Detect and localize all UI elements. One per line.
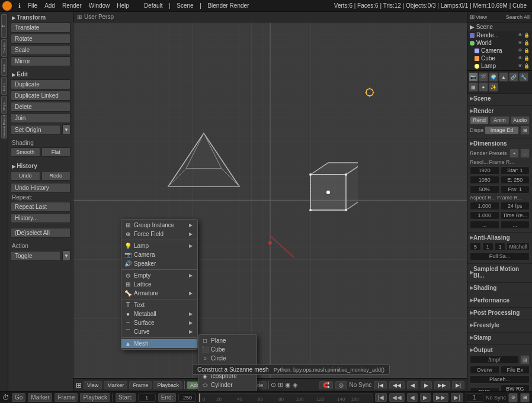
menu-item-camera[interactable]: 📷 Camera [121,250,197,259]
star-field[interactable]: Star: 1 [501,166,530,175]
render-prop-header[interactable]: Render [470,108,530,114]
current-frame-display[interactable]: 1 [466,393,483,402]
menu-item-group-instance[interactable]: ⊞ Group Instance ▶ [121,221,197,230]
output-path[interactable]: /tmp/ [470,356,519,364]
timeline-playback-btn[interactable]: Playback [80,393,110,402]
eye-icon-l[interactable]: 👁 [518,63,523,69]
eye-icon-w[interactable]: 👁 [518,40,523,46]
motion-blur-header[interactable]: Sampled Motion Bl... [470,266,530,279]
aa-val1[interactable]: 5 [470,243,481,251]
next-frame-btn[interactable]: ▶▶ [433,393,448,402]
play-end[interactable]: ▶| [452,381,464,389]
snap-magnet[interactable]: 🧲 [319,381,333,389]
menu-item-lamp[interactable]: 💡 Lamp ▶ [121,241,197,250]
outliner-item-renderlayer[interactable]: Rende... 👁 🔒 [467,31,532,39]
menu-item-curve[interactable]: ⌒ Curve ▶ [121,327,197,336]
mesh-cylinder[interactable]: ⬭ Cylinder [198,381,257,389]
post-header[interactable]: Post Processing [470,309,530,316]
presets-remove[interactable]: - [520,149,530,158]
play-backward[interactable]: ◀ [407,381,418,389]
play-end-btn[interactable]: ▶| [451,393,463,402]
vp-playback-btn[interactable]: Playback [153,381,182,389]
history-btn[interactable]: History... [11,213,70,223]
eye-icon-c[interactable]: 👁 [518,48,523,53]
overwrite-btn[interactable]: Overw [470,366,499,374]
lock-icon-w[interactable]: 🔒 [524,40,530,46]
lock-icon-c[interactable]: 🔒 [524,48,530,53]
eye-icon-r[interactable]: 👁 [518,33,523,38]
start-frame-field[interactable]: 1 [138,394,156,402]
play-forward[interactable]: ▶ [421,381,432,389]
translate-btn[interactable]: Translate [11,22,70,33]
deselect-all-btn[interactable]: (De)select All [11,228,70,238]
prop-particles-icon[interactable]: ✨ [489,82,498,92]
color-field[interactable]: BW RG AG [501,385,530,391]
timeline-marker-btn[interactable]: Marker [28,393,52,402]
fps-field[interactable]: 24 fps [501,202,530,210]
undo-history-btn[interactable]: Undo History [11,183,70,193]
toolbar-tab-grease[interactable]: Grease Pencil [1,115,7,138]
outliner-item-lamp[interactable]: Lamp 👁 🔒 [467,62,532,70]
lock-icon-l[interactable]: 🔒 [524,63,530,69]
menu-item-armature[interactable]: 🦴 Armature ▶ [121,289,197,298]
prop-object-icon[interactable]: ▲ [499,72,508,82]
toggle-btn[interactable]: Toggle [11,251,61,261]
flat-btn[interactable]: Flat [41,147,71,157]
audio-tab[interactable]: Audio [511,116,530,124]
timeline-area[interactable]: 0 20 40 60 80 100 120 140 160 [198,393,372,402]
play-back[interactable]: |◀ [374,381,386,389]
play-back-btn[interactable]: |◀ [375,393,387,402]
menu-item-surface[interactable]: ~ Surface ▶ [121,318,197,327]
toolbar-tab-relations[interactable]: Relat... [1,58,7,76]
delete-btn[interactable]: Delete [11,102,70,112]
vp-frame-btn[interactable]: Frame [129,381,152,389]
res-x-field[interactable]: 1920 [470,166,499,175]
menu-item-lattice[interactable]: ⊞ Lattice [121,280,197,289]
res-pct-field[interactable]: 50% [470,185,499,194]
prop-render-icon[interactable]: 🎬 [479,72,488,82]
outliner-view-btn[interactable]: View [476,14,504,20]
timeline-frame-btn[interactable]: Frame [55,393,78,402]
viewport-3d[interactable]: ⊞ User Persp [73,12,467,391]
res-y-field[interactable]: 1080 [470,176,499,184]
smooth-btn[interactable]: Smooth [11,147,40,157]
join-btn[interactable]: Join [11,113,70,123]
vp-marker-btn[interactable]: Marker [104,381,127,389]
set-origin-btn[interactable]: Set Origin [11,125,61,135]
display-icon[interactable]: ⊞ [520,125,530,135]
prev-frame-btn[interactable]: ◀◀ [389,393,405,402]
stamp-header[interactable]: Stamp [470,334,530,341]
full-sample[interactable]: Full Sa... [470,252,530,260]
menu-add[interactable]: Add [41,2,58,9]
menu-file[interactable]: File [25,2,40,9]
aspect-x-field[interactable]: 1.000 [470,202,499,210]
aspect-y-field[interactable]: 1.000 [470,211,499,220]
menu-window[interactable]: Window [86,2,113,9]
outliner-item-world[interactable]: World 👁 🔒 [467,39,532,47]
scene-prop-header[interactable]: Scene [470,95,530,102]
menu-render[interactable]: Render [59,2,85,9]
prop-constraints-icon[interactable]: 🔗 [509,72,518,82]
play-back2-btn[interactable]: ◀ [407,393,418,402]
lock-icon-r[interactable]: 🔒 [524,33,530,38]
menu-item-empty[interactable]: ⊙ Empty ▶ [121,271,197,280]
aa-val3[interactable]: 1 [495,243,506,251]
menu-item-force-field[interactable]: ⊕ Force Field ▶ [121,230,197,238]
mesh-cube[interactable]: ⬛ Cube [198,345,257,354]
lock-icon-cu[interactable]: 🔒 [524,56,530,61]
dimensions-header[interactable]: Dimensions [470,140,530,147]
output-header[interactable]: Output [470,347,530,353]
play-fwd-btn[interactable]: ▶ [420,393,431,402]
file-ext-btn[interactable]: File Ex [501,366,530,374]
mirror-btn[interactable]: Mirror [11,56,70,66]
output-browse[interactable]: ⊞ [520,355,530,365]
menu-item-speaker[interactable]: 🔊 Speaker [121,259,197,268]
mesh-plane[interactable]: □ Plane [198,336,257,345]
prop-world-icon[interactable]: 🌍 [489,72,498,82]
shading-prop-header[interactable]: Shading [470,285,530,291]
time-remap-field[interactable]: Time Re... [501,211,530,220]
mesh-cone[interactable]: ▲ Cone [198,389,257,391]
end-frame-field[interactable]: 250 [178,394,196,402]
toolbar-tab-physics[interactable]: Physi... [1,96,7,114]
anim-tab[interactable]: Anim [490,116,509,124]
